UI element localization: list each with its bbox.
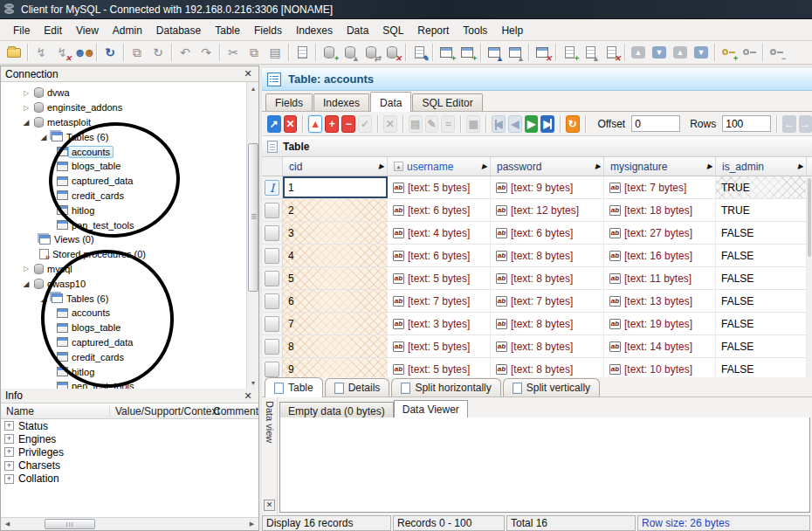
- info-row-privileges[interactable]: +Privileges: [1, 445, 258, 459]
- undo-icon[interactable]: ↶: [175, 43, 196, 63]
- cell-is-admin[interactable]: FALSE: [716, 222, 807, 244]
- expand-plus-icon[interactable]: +: [4, 447, 14, 457]
- upload-table-icon[interactable]: ▲: [484, 43, 505, 63]
- tree-item-views-metasploit[interactable]: Views (0): [1, 232, 258, 247]
- insert-record-icon[interactable]: +: [325, 115, 339, 133]
- create-record-icon[interactable]: +: [559, 43, 580, 63]
- post-changes-icon[interactable]: ✓: [358, 115, 372, 133]
- cell-cid[interactable]: 4: [283, 245, 388, 266]
- menu-table[interactable]: Table: [209, 22, 246, 39]
- tree-item-dvwa[interactable]: ▷dvwa: [1, 86, 258, 100]
- menu-help[interactable]: Help: [495, 22, 529, 39]
- tab-empty-data[interactable]: Empty data (0 bytes): [279, 402, 394, 418]
- row-selector[interactable]: [262, 222, 283, 244]
- upload-table-snapshot-icon[interactable]: ▲: [505, 43, 526, 63]
- upload-database-icon[interactable]: ▲: [340, 43, 361, 63]
- tab-indexes[interactable]: Indexes: [313, 93, 369, 111]
- cell-is-admin[interactable]: FALSE: [716, 313, 807, 334]
- cell-username[interactable]: ab[text: 5 bytes]: [388, 335, 491, 357]
- prior-record-icon[interactable]: ◀: [508, 115, 522, 133]
- cut-icon[interactable]: ✂: [223, 43, 244, 63]
- close-info-panel-icon[interactable]: ✕: [242, 390, 254, 402]
- cell-is-admin[interactable]: FALSE: [716, 290, 807, 312]
- cell-username[interactable]: ab[text: 5 bytes]: [388, 267, 491, 289]
- column-header-is-admin[interactable]: is_admin▶: [716, 157, 807, 176]
- row-selector[interactable]: [262, 267, 283, 289]
- cell-password[interactable]: ab[text: 8 bytes]: [491, 245, 604, 266]
- cell-is-admin[interactable]: TRUE: [716, 199, 807, 221]
- scroll-right-arrow-icon[interactable]: ▶: [245, 518, 258, 530]
- tree-item-captured-data[interactable]: captured_data: [1, 174, 258, 189]
- select-all-corner[interactable]: [262, 157, 283, 176]
- paste-special-icon[interactable]: [292, 43, 313, 63]
- menu-report[interactable]: Report: [411, 22, 455, 39]
- info-col-value[interactable]: Value/Support/Context: [110, 405, 208, 417]
- menu-file[interactable]: File: [7, 22, 36, 39]
- cell-password[interactable]: ab[text: 7 bytes]: [491, 290, 604, 312]
- cell-mysignature[interactable]: ab[text: 27 bytes]: [604, 222, 716, 244]
- view-tab-details[interactable]: Details: [325, 378, 390, 397]
- cell-username[interactable]: ab[text: 7 bytes]: [388, 290, 491, 312]
- create-table-icon[interactable]: +: [436, 43, 457, 63]
- filter-arrow-icon[interactable]: ▶: [798, 162, 803, 170]
- expander-icon[interactable]: ▷: [22, 89, 31, 97]
- menu-view[interactable]: View: [70, 22, 105, 39]
- cell-username[interactable]: ab[text: 6 bytes]: [388, 199, 491, 221]
- menu-data[interactable]: Data: [341, 22, 375, 39]
- row-selector[interactable]: [262, 245, 283, 266]
- cell-mysignature[interactable]: ab[text: 19 bytes]: [604, 313, 716, 334]
- expand-plus-icon[interactable]: +: [4, 474, 14, 484]
- expand-plus-icon[interactable]: +: [4, 421, 14, 431]
- cell-cid[interactable]: 5: [283, 267, 388, 289]
- drop-table-icon[interactable]: ✕: [532, 43, 553, 63]
- scrollbar-thumb[interactable]: [248, 143, 258, 292]
- column-header-cid[interactable]: cid▶: [283, 157, 388, 176]
- add-key-icon[interactable]: +: [718, 43, 739, 63]
- tab-data-viewer[interactable]: Data Viewer: [394, 400, 468, 418]
- sort-ascending-icon[interactable]: ▲: [308, 115, 322, 133]
- scroll-up-arrow-icon[interactable]: ▲: [247, 82, 258, 94]
- tree-item-enginsite-addons[interactable]: ▷enginsite_addons: [1, 100, 258, 115]
- info-row-status[interactable]: +Status: [1, 419, 258, 432]
- tab-sql-editor[interactable]: SQL Editor: [412, 93, 482, 111]
- maximize-grid-icon[interactable]: ↗: [267, 115, 281, 133]
- expand-plus-icon[interactable]: +: [4, 434, 14, 444]
- info-row-collation[interactable]: +Collation: [1, 472, 258, 486]
- tree-item-stored-procedures[interactable]: Stored procedures (0): [1, 247, 258, 262]
- close-connection-panel-icon[interactable]: ✕: [242, 68, 254, 79]
- tree-item-pen-test-tools[interactable]: pen_test_tools: [1, 217, 258, 232]
- scrollbar-thumb[interactable]: [808, 178, 811, 257]
- tree-item-accounts-2[interactable]: accounts: [1, 306, 258, 321]
- info-row-charsets[interactable]: +Charsets: [1, 459, 258, 472]
- upload-record-icon[interactable]: ▲: [580, 43, 601, 63]
- cell-is-admin[interactable]: FALSE: [716, 267, 807, 289]
- expander-icon[interactable]: ◢: [22, 118, 31, 127]
- cell-password[interactable]: ab[text: 8 bytes]: [491, 335, 604, 357]
- expand-plus-icon[interactable]: +: [4, 461, 14, 471]
- data-viewer-content[interactable]: [279, 417, 810, 513]
- user-manager-icon[interactable]: ☻☻: [72, 43, 93, 63]
- column-header-username[interactable]: ▲username▶: [388, 157, 491, 176]
- view-tab-split-horizontally[interactable]: Split horizontally: [391, 378, 500, 397]
- tree-item-credit-cards-2[interactable]: credit_cards: [1, 349, 258, 364]
- cell-cid[interactable]: 2: [283, 199, 388, 221]
- tree-item-metasploit[interactable]: ◢metasploit: [1, 115, 258, 130]
- tree-item-tables-owasp10[interactable]: ◢Tables (6): [1, 291, 258, 306]
- tree-item-tables-metasploit[interactable]: ◢Tables (6): [1, 129, 258, 144]
- cell-is-admin[interactable]: FALSE: [716, 358, 807, 377]
- first-record-icon[interactable]: ◀: [492, 115, 506, 133]
- expander-icon[interactable]: ◢: [22, 279, 31, 288]
- tree-item-captured-data-2[interactable]: captured_data: [1, 335, 258, 350]
- sort-indicator-icon[interactable]: ▲: [394, 162, 403, 171]
- refresh-data-icon[interactable]: ↻: [566, 115, 580, 133]
- cancel-changes-icon[interactable]: ✕: [383, 115, 397, 133]
- tree-scrollbar[interactable]: ▲ ▼: [246, 82, 258, 389]
- create-table-snapshot-icon[interactable]: +: [457, 43, 478, 63]
- last-record-icon[interactable]: ▶: [540, 115, 554, 133]
- cell-mysignature[interactable]: ab[text: 11 bytes]: [604, 267, 716, 289]
- rows-input[interactable]: [722, 115, 771, 132]
- edit-blob-icon[interactable]: ✎: [425, 115, 439, 133]
- tab-fields[interactable]: Fields: [265, 93, 313, 111]
- menu-edit[interactable]: Edit: [38, 22, 68, 39]
- delete-record-icon[interactable]: −: [341, 115, 355, 133]
